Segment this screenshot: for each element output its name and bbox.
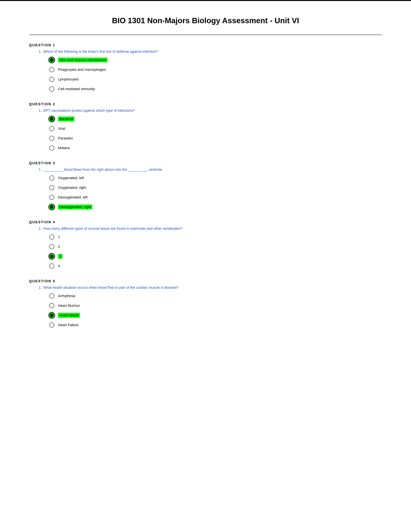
option-item-1-1[interactable]: Skin and mucous membranes — [48, 57, 382, 63]
questions-container: QUESTION 11.Which of the following is th… — [29, 43, 382, 328]
question-number-4: 1. — [39, 227, 42, 231]
option-text-3-1: Oxygenated, left — [58, 176, 84, 180]
option-item-3-3[interactable]: Deoxygenated, left — [48, 194, 382, 201]
option-item-3-1[interactable]: Oxygenated, left — [48, 175, 382, 181]
option-text-1-2: Phagocytes and macrophages — [58, 67, 106, 72]
option-text-2-3: Parasites — [58, 136, 73, 140]
option-item-1-2[interactable]: Phagocytes and macrophages — [48, 66, 382, 73]
option-item-5-1[interactable]: Arrhythmia — [48, 293, 382, 299]
option-text-3-3: Deoxygenated, left — [58, 195, 87, 200]
option-item-2-4[interactable]: Malaria — [48, 145, 382, 151]
radio-2-2[interactable] — [48, 125, 55, 132]
question-label-4: QUESTION 4 — [29, 220, 382, 224]
option-item-5-3[interactable]: Heart Attack — [48, 312, 382, 319]
option-text-2-1: Bacterial — [58, 116, 75, 121]
option-item-3-4[interactable]: Deoxygenated, right — [48, 204, 382, 210]
radio-4-3[interactable] — [48, 253, 55, 260]
question-label-3: QUESTION 3 — [29, 161, 382, 165]
option-item-2-3[interactable]: Parasites — [48, 135, 382, 142]
option-item-4-3[interactable]: 3 — [48, 253, 382, 260]
option-text-4-2: 2 — [58, 245, 60, 249]
option-item-1-4[interactable]: Cell-mediated immunity — [48, 86, 382, 92]
option-text-1-4: Cell-mediated immunity — [58, 87, 95, 91]
option-item-4-4[interactable]: 4 — [48, 263, 382, 269]
question-text-4: How many different types of muscle tissu… — [43, 227, 182, 231]
option-item-4-1[interactable]: 1 — [48, 234, 382, 240]
option-text-2-4: Malaria — [58, 146, 70, 150]
radio-2-3[interactable] — [48, 135, 55, 142]
option-item-4-2[interactable]: 2 — [48, 243, 382, 250]
radio-1-1[interactable] — [48, 57, 55, 63]
radio-3-2[interactable] — [48, 184, 55, 191]
option-item-5-2[interactable]: Heart Murmur — [48, 302, 382, 309]
section-divider — [29, 35, 382, 35]
option-text-3-4: Deoxygenated, right — [58, 205, 92, 209]
option-text-3-2: Oxygenated, right — [58, 186, 86, 190]
option-text-2-2: Viral — [58, 127, 65, 131]
radio-5-2[interactable] — [48, 302, 55, 309]
option-text-4-4: 4 — [58, 264, 60, 268]
question-label-2: QUESTION 2 — [29, 102, 382, 106]
radio-1-2[interactable] — [48, 66, 55, 73]
radio-5-4[interactable] — [48, 322, 55, 328]
question-block-5: QUESTION 51.What health situation occurs… — [29, 279, 382, 328]
question-block-1: QUESTION 11.Which of the following is th… — [29, 43, 382, 92]
question-block-4: QUESTION 41.How many different types of … — [29, 220, 382, 269]
question-number-5: 1. — [39, 285, 42, 290]
radio-3-1[interactable] — [48, 175, 55, 181]
question-block-2: QUESTION 21.DPT vaccinations protect aga… — [29, 102, 382, 151]
radio-4-2[interactable] — [48, 243, 55, 250]
options-list-3: Oxygenated, leftOxygenated, rightDeoxyge… — [48, 175, 382, 210]
radio-5-1[interactable] — [48, 293, 55, 299]
question-text-2: DPT vaccinations protect against which t… — [43, 108, 135, 113]
page: BIO 1301 Non-Majors Biology Assessment -… — [0, 0, 411, 532]
option-text-5-3: Heart Attack — [58, 313, 80, 318]
option-text-4-1: 1 — [58, 235, 60, 239]
radio-3-4[interactable] — [48, 204, 55, 210]
option-text-5-4: Heart Failure — [58, 323, 78, 327]
option-item-2-2[interactable]: Viral — [48, 125, 382, 132]
radio-1-4[interactable] — [48, 86, 55, 92]
radio-5-3[interactable] — [48, 312, 55, 319]
question-block-3: QUESTION 31.__________ blood flows from … — [29, 161, 382, 210]
option-text-1-1: Skin and mucous membranes — [58, 57, 108, 62]
radio-3-3[interactable] — [48, 194, 55, 201]
top-border — [0, 0, 411, 1]
question-label-5: QUESTION 5 — [29, 279, 382, 283]
option-item-1-3[interactable]: Lymphocytes — [48, 76, 382, 83]
options-list-5: ArrhythmiaHeart MurmurHeart AttackHeart … — [48, 293, 382, 328]
question-text-1: Which of the following is the body's fir… — [43, 49, 158, 54]
option-item-3-2[interactable]: Oxygenated, right — [48, 184, 382, 191]
radio-2-1[interactable] — [48, 116, 55, 122]
options-list-4: 1234 — [48, 234, 382, 269]
option-item-5-4[interactable]: Heart Failure — [48, 322, 382, 328]
option-text-1-3: Lymphocytes — [58, 77, 79, 81]
option-text-4-3: 3 — [58, 254, 63, 259]
radio-2-4[interactable] — [48, 145, 55, 151]
question-label-1: QUESTION 1 — [29, 43, 382, 47]
option-item-2-1[interactable]: Bacterial — [48, 116, 382, 122]
question-text-3: __________ blood flows from the right at… — [43, 168, 163, 172]
radio-4-4[interactable] — [48, 263, 55, 269]
radio-1-3[interactable] — [48, 76, 55, 83]
question-number-2: 1. — [39, 108, 42, 113]
option-text-5-1: Arrhythmia — [58, 294, 75, 298]
page-title: BIO 1301 Non-Majors Biology Assessment -… — [29, 16, 382, 25]
question-text-5: What health situation occurs when blood … — [43, 285, 178, 290]
option-text-5-2: Heart Murmur — [58, 304, 80, 308]
options-list-1: Skin and mucous membranesPhagocytes and … — [48, 57, 382, 92]
options-list-2: BacterialViralParasitesMalaria — [48, 116, 382, 151]
question-number-3: 1. — [39, 168, 42, 172]
question-number-1: 1. — [39, 49, 42, 54]
radio-4-1[interactable] — [48, 234, 55, 240]
